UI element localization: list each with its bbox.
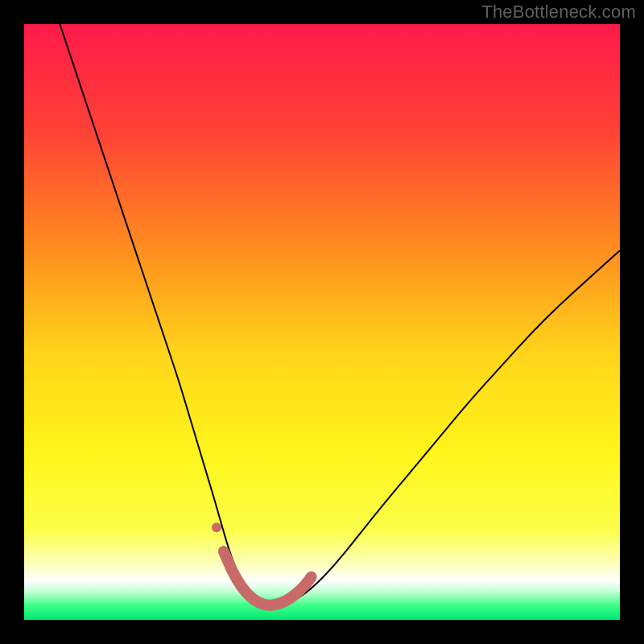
chart-marker-layer <box>212 522 221 532</box>
chart-plot-area <box>24 24 620 620</box>
marker-highlight-dot <box>212 522 221 532</box>
watermark-text: TheBottleneck.com <box>481 2 636 23</box>
chart-background <box>24 24 620 620</box>
chart-frame: TheBottleneck.com <box>0 0 644 644</box>
chart-svg <box>24 24 620 620</box>
